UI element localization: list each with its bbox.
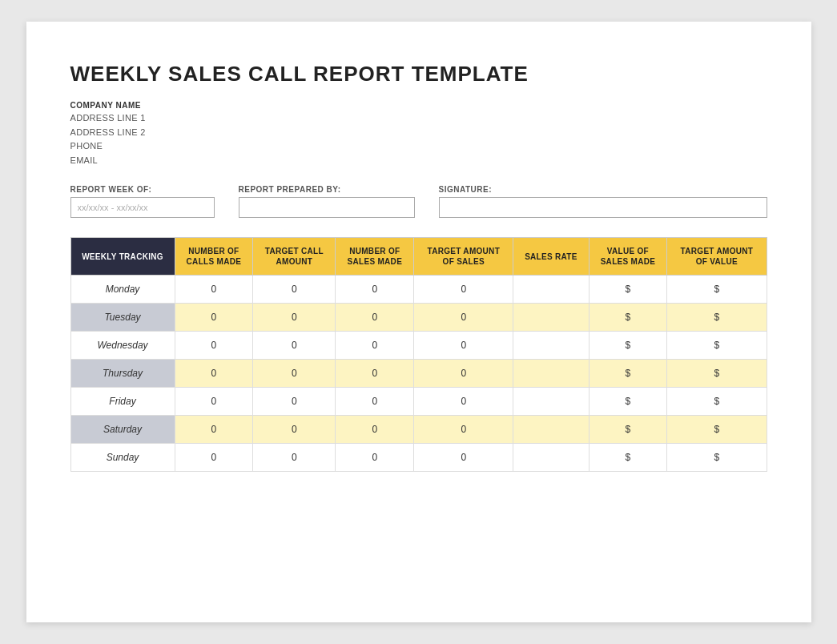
table-row: Saturday0000$$ bbox=[70, 416, 767, 444]
data-cell: 0 bbox=[253, 332, 336, 360]
data-cell bbox=[513, 388, 589, 416]
data-cell bbox=[513, 416, 589, 444]
data-cell: 0 bbox=[253, 444, 336, 472]
report-week-label: REPORT WEEK OF: bbox=[70, 185, 215, 194]
prepared-by-input[interactable] bbox=[239, 197, 415, 218]
day-cell: Sunday bbox=[70, 444, 175, 472]
data-cell: 0 bbox=[336, 416, 414, 444]
data-cell: 0 bbox=[253, 304, 336, 332]
th-target-amount-value: TARGET AMOUNTOF VALUE bbox=[667, 238, 767, 276]
data-cell bbox=[513, 276, 589, 304]
table-row: Thursday0000$$ bbox=[70, 360, 767, 388]
signature-input[interactable] bbox=[439, 197, 767, 218]
day-cell: Monday bbox=[70, 276, 175, 304]
data-cell: 0 bbox=[414, 304, 513, 332]
data-cell: $ bbox=[589, 444, 667, 472]
data-cell: $ bbox=[667, 360, 767, 388]
day-cell: Saturday bbox=[70, 416, 175, 444]
report-week-input[interactable] bbox=[70, 197, 215, 218]
company-email: EMAIL bbox=[70, 154, 767, 168]
data-cell: 0 bbox=[414, 276, 513, 304]
data-cell: 0 bbox=[253, 360, 336, 388]
table-header-row: WEEKLY TRACKING NUMBER OFCALLS MADE TARG… bbox=[70, 238, 767, 276]
data-cell: 0 bbox=[175, 276, 253, 304]
data-cell bbox=[513, 444, 589, 472]
signature-label: SIGNATURE: bbox=[439, 185, 767, 194]
data-cell: 0 bbox=[253, 388, 336, 416]
data-cell: 0 bbox=[336, 444, 414, 472]
data-cell: 0 bbox=[175, 332, 253, 360]
company-name-label: COMPANY NAME bbox=[70, 101, 767, 110]
page-title: WEEKLY SALES CALL REPORT TEMPLATE bbox=[70, 62, 767, 87]
company-phone: PHONE bbox=[70, 139, 767, 154]
data-cell: $ bbox=[667, 444, 767, 472]
data-cell: 0 bbox=[175, 360, 253, 388]
table-row: Tuesday0000$$ bbox=[70, 304, 767, 332]
data-cell: 0 bbox=[336, 304, 414, 332]
data-cell: 0 bbox=[336, 360, 414, 388]
data-cell: 0 bbox=[414, 388, 513, 416]
day-cell: Friday bbox=[70, 388, 175, 416]
th-sales-rate: SALES RATE bbox=[513, 238, 589, 276]
data-cell: 0 bbox=[414, 416, 513, 444]
data-cell: $ bbox=[667, 416, 767, 444]
data-cell: $ bbox=[667, 276, 767, 304]
data-cell: 0 bbox=[175, 444, 253, 472]
data-cell: 0 bbox=[414, 360, 513, 388]
company-block: COMPANY NAME ADDRESS LINE 1 ADDRESS LINE… bbox=[70, 101, 767, 167]
signature-field: SIGNATURE: bbox=[439, 185, 767, 218]
page-container: WEEKLY SALES CALL REPORT TEMPLATE COMPAN… bbox=[26, 22, 811, 622]
data-cell: 0 bbox=[175, 388, 253, 416]
day-cell: Wednesday bbox=[70, 332, 175, 360]
table-row: Friday0000$$ bbox=[70, 388, 767, 416]
th-number-of-sales: NUMBER OFSALES MADE bbox=[336, 238, 414, 276]
data-cell: 0 bbox=[253, 276, 336, 304]
data-cell: 0 bbox=[414, 332, 513, 360]
prepared-by-label: REPORT PREPARED BY: bbox=[239, 185, 415, 194]
data-cell: 0 bbox=[414, 444, 513, 472]
company-address-line1: ADDRESS LINE 1 bbox=[70, 111, 767, 126]
data-cell: 0 bbox=[336, 388, 414, 416]
report-week-field: REPORT WEEK OF: bbox=[70, 185, 215, 218]
data-cell: 0 bbox=[175, 304, 253, 332]
tracking-table: WEEKLY TRACKING NUMBER OFCALLS MADE TARG… bbox=[70, 237, 767, 472]
data-cell: $ bbox=[589, 416, 667, 444]
data-cell: 0 bbox=[336, 276, 414, 304]
data-cell bbox=[513, 332, 589, 360]
data-cell: $ bbox=[589, 360, 667, 388]
data-cell: $ bbox=[589, 332, 667, 360]
th-calls-made: NUMBER OFCALLS MADE bbox=[175, 238, 253, 276]
data-cell: $ bbox=[589, 304, 667, 332]
data-cell: $ bbox=[589, 276, 667, 304]
data-cell: $ bbox=[589, 388, 667, 416]
data-cell: 0 bbox=[253, 416, 336, 444]
th-weekly-tracking: WEEKLY TRACKING bbox=[70, 238, 175, 276]
data-cell bbox=[513, 304, 589, 332]
table-row: Wednesday0000$$ bbox=[70, 332, 767, 360]
th-target-call-amount: TARGET CALLAMOUNT bbox=[253, 238, 336, 276]
data-cell: $ bbox=[667, 388, 767, 416]
day-cell: Tuesday bbox=[70, 304, 175, 332]
prepared-by-field: REPORT PREPARED BY: bbox=[239, 185, 415, 218]
th-target-amount-sales: TARGET AMOUNTOF SALES bbox=[414, 238, 513, 276]
data-cell: 0 bbox=[336, 332, 414, 360]
day-cell: Thursday bbox=[70, 360, 175, 388]
th-value-of-sales: VALUE OFSALES MADE bbox=[589, 238, 667, 276]
data-cell: $ bbox=[667, 332, 767, 360]
table-row: Monday0000$$ bbox=[70, 276, 767, 304]
company-address-line2: ADDRESS LINE 2 bbox=[70, 126, 767, 140]
data-cell: $ bbox=[667, 304, 767, 332]
form-row: REPORT WEEK OF: REPORT PREPARED BY: SIGN… bbox=[70, 185, 767, 218]
data-cell bbox=[513, 360, 589, 388]
data-cell: 0 bbox=[175, 416, 253, 444]
table-row: Sunday0000$$ bbox=[70, 444, 767, 472]
